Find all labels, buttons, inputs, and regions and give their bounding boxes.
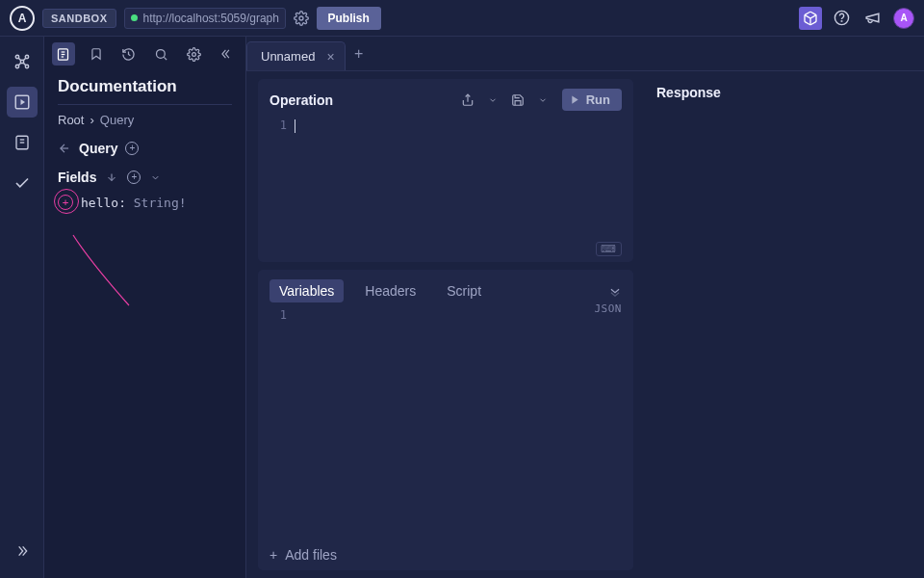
operation-editor[interactable]: 1 [270,111,622,242]
variables-panel: Variables Headers Script JSON 1 + [258,270,633,570]
svg-line-18 [164,57,167,60]
user-avatar[interactable]: A [893,8,914,29]
field-name: hello [81,196,118,210]
svg-point-0 [299,16,303,20]
avatar-initial: A [900,13,907,23]
svg-marker-9 [20,99,25,105]
field-item-hello: + hello: String! [58,195,232,210]
rail-item-schema-graph[interactable] [7,46,38,77]
docs-title: Documentation [58,77,232,96]
topbar: A SANDBOX http://localhost:5059/graph Pu… [0,0,924,37]
variables-gutter: 1 [270,308,295,541]
documentation-panel: Documentation Root › Query Query + Field… [44,37,246,578]
svg-marker-23 [572,95,578,103]
tab-headers[interactable]: Headers [355,279,425,302]
chevron-right-icon: › [90,113,93,127]
tab-label: Unnamed [261,49,315,64]
bookmark-icon[interactable] [85,42,108,66]
rail-item-explorer[interactable] [7,87,38,118]
divider [58,104,232,105]
svg-point-6 [25,65,28,67]
search-icon[interactable] [149,42,172,66]
publish-button[interactable]: Publish [317,7,381,30]
operation-column: Operation [246,71,641,578]
tab-variables[interactable]: Variables [270,279,344,302]
operation-panel: Operation [258,79,633,262]
operation-editor-content[interactable] [295,118,622,242]
svg-point-3 [15,55,18,58]
collapse-variables-icon[interactable] [608,284,622,298]
add-files-label: Add files [285,547,337,563]
field-text[interactable]: hello: String! [81,196,187,210]
save-dropdown-chevron-icon[interactable] [533,95,552,105]
editor-columns: Operation [246,71,924,578]
add-all-fields-icon[interactable]: + [127,171,141,184]
run-button-label: Run [586,92,610,107]
logo-letter: A [18,12,27,25]
sandbox-badge: SANDBOX [42,9,116,28]
response-title: Response [656,85,909,100]
save-icon[interactable] [508,93,527,107]
annotation-arrow-line [71,233,139,310]
rail-item-notes[interactable] [7,127,38,158]
add-files-button[interactable]: + Add files [270,547,622,563]
field-type: String! [134,196,187,210]
tab-unnamed[interactable]: Unnamed × [246,41,346,70]
svg-point-19 [192,52,195,56]
type-header-row: Query + [58,141,232,156]
chevron-down-icon[interactable] [150,172,161,183]
operation-gutter: 1 [270,118,295,242]
variables-editor[interactable]: JSON 1 [270,302,622,541]
response-column: Response [641,71,924,578]
workspace: Unnamed × + Operation [246,37,924,578]
tab-script[interactable]: Script [437,279,491,302]
side-toolbar [44,37,245,71]
new-tab-button[interactable]: + [346,45,372,63]
back-arrow-icon[interactable] [58,142,71,155]
operation-title: Operation [270,92,333,108]
svg-point-17 [156,49,165,58]
collapse-panel-icon[interactable] [215,42,238,66]
share-icon[interactable] [458,93,477,107]
share-dropdown-chevron-icon[interactable] [483,95,502,105]
breadcrumb-root[interactable]: Root [58,113,84,127]
history-icon[interactable] [117,42,141,66]
close-tab-icon[interactable]: × [326,49,334,65]
gear-icon[interactable] [182,42,205,66]
docs-view-icon[interactable] [52,42,75,66]
svg-point-7 [20,60,23,63]
run-button[interactable]: Run [562,89,622,111]
fields-label: Fields [58,170,96,185]
svg-point-5 [15,65,18,67]
svg-point-4 [25,55,28,58]
svg-point-2 [841,21,842,22]
codesandbox-icon[interactable] [799,7,822,30]
editor-cursor [295,119,295,133]
variables-tabs: Variables Headers Script [270,279,622,302]
rail-item-check[interactable] [7,168,38,198]
endpoint-url-box[interactable]: http://localhost:5059/graph [124,8,286,29]
help-icon[interactable] [830,7,853,30]
endpoint-url-text: http://localhost:5059/graph [143,12,279,25]
connection-settings-icon[interactable] [294,11,309,26]
main-layout: Documentation Root › Query Query + Field… [0,37,924,578]
docs-body: Documentation Root › Query Query + Field… [44,71,245,216]
sort-icon[interactable] [106,171,117,183]
operation-header: Operation [270,89,622,111]
add-type-icon[interactable]: + [125,142,139,155]
type-name: Query [79,141,117,156]
status-dot-icon [131,14,138,21]
plus-icon: + [270,547,277,563]
rail-expand-button[interactable] [7,536,38,566]
announcement-icon[interactable] [860,7,884,30]
fields-header: Fields + [58,170,232,185]
breadcrumb: Root › Query [58,113,232,127]
nav-rail [0,37,44,578]
variables-editor-content[interactable] [295,308,622,541]
keyboard-shortcuts-icon[interactable]: ⌨ [596,242,622,256]
breadcrumb-current: Query [100,113,134,127]
tab-bar: Unnamed × + [246,37,924,71]
annotation-highlight-circle [54,189,79,214]
apollo-logo[interactable]: A [10,6,35,31]
